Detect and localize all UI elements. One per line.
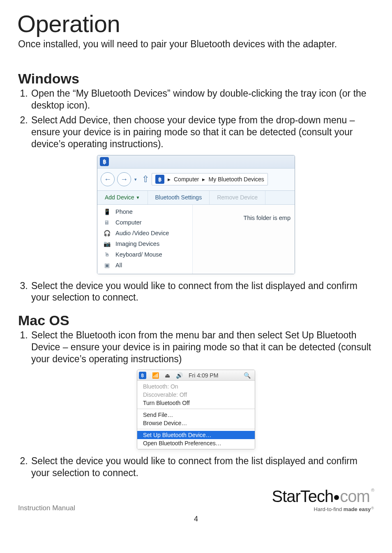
phone-icon: 📱 xyxy=(103,208,111,215)
dropdown-item-phone[interactable]: 📱Phone xyxy=(97,206,192,217)
mac-step-2: Select the device you would like to conn… xyxy=(30,455,374,479)
footer-instruction-manual: Instruction Manual xyxy=(18,504,75,512)
bluetooth-icon: ฿ xyxy=(155,175,164,184)
menu-separator xyxy=(137,409,255,409)
dropdown-item-all[interactable]: ▣All xyxy=(97,260,192,271)
windows-heading: Windows xyxy=(18,71,374,87)
bluetooth-menu-icon[interactable]: ฿ xyxy=(139,372,146,379)
back-button[interactable]: ← xyxy=(101,172,115,186)
clock-text[interactable]: Fri 4:09 PM xyxy=(189,372,218,379)
empty-folder-text: This folder is emp xyxy=(244,215,291,221)
dropdown-item-keyboard[interactable]: 🖱Keyboard/ Mouse xyxy=(97,249,192,260)
device-type-dropdown: 📱Phone 🖥Computer 🎧Audio /Video Device 📷I… xyxy=(97,205,193,274)
breadcrumb-sep-icon: ▸ xyxy=(202,176,205,183)
brand-name-part1: StarTech xyxy=(272,487,333,505)
dropdown-item-label: Phone xyxy=(115,208,133,215)
forward-button[interactable]: → xyxy=(117,172,131,186)
menu-separator xyxy=(137,429,255,429)
chevron-down-icon: ▼ xyxy=(136,195,140,200)
dropdown-item-label: All xyxy=(115,262,122,268)
brand-logo: StarTechcom® Hard-to-find made easy® xyxy=(272,488,374,512)
wifi-icon[interactable]: 📶 xyxy=(152,372,159,379)
dropdown-item-audio[interactable]: 🎧Audio /Video Device xyxy=(97,228,192,238)
turn-bluetooth-off[interactable]: Turn Bluetooth Off xyxy=(137,399,255,407)
mac-menu-window: ฿ 📶 ⏏ 🔊 Fri 4:09 PM 🔍 Bluetooth: On Disc… xyxy=(137,370,255,449)
page-title: Operation xyxy=(17,10,374,37)
folder-content: This folder is emp xyxy=(193,205,295,274)
up-button[interactable]: ⇧ xyxy=(142,174,149,185)
breadcrumb-part[interactable]: My Bluetooth Devices xyxy=(208,176,264,183)
history-dropdown-icon[interactable]: ▾ xyxy=(134,177,138,182)
breadcrumb-sep-icon: ▸ xyxy=(168,176,171,183)
volume-icon[interactable]: 🔊 xyxy=(176,372,183,379)
windows-step-3: Select the device you would like to conn… xyxy=(30,280,374,304)
dropdown-item-label: Computer xyxy=(115,219,142,226)
windows-step-1: Open the “My Bluetooth Devices” window b… xyxy=(30,88,374,111)
send-file[interactable]: Send File… xyxy=(137,411,255,419)
bluetooth-dropdown-menu: Bluetooth: On Discoverable: Off Turn Blu… xyxy=(137,381,255,449)
macos-heading: Mac OS xyxy=(18,312,374,329)
windows-step-2: Select Add Device, then choose your devi… xyxy=(30,114,374,150)
windows-dialog: ฿ ← → ▾ ⇧ ฿ ▸ Computer ▸ My Bluetooth De… xyxy=(97,155,295,274)
spotlight-icon[interactable]: 🔍 xyxy=(244,372,251,379)
eject-icon[interactable]: ⏏ xyxy=(165,372,170,379)
brand-name-part2: com xyxy=(340,487,370,505)
intro-text: Once installed, you will need to pair yo… xyxy=(18,38,374,50)
browse-device[interactable]: Browse Device… xyxy=(137,419,255,427)
open-bluetooth-preferences[interactable]: Open Bluetooth Preferences… xyxy=(137,439,255,447)
dropdown-item-label: Imaging Devices xyxy=(115,241,159,247)
remove-device-button: Remove Device xyxy=(210,191,265,204)
dropdown-item-label: Keyboard/ Mouse xyxy=(115,251,162,258)
registered-icon: ® xyxy=(371,488,374,493)
mac-step-1: Select the Bluetooth icon from the menu … xyxy=(30,329,374,365)
set-up-bluetooth-device[interactable]: Set Up Bluetooth Device… xyxy=(137,431,255,439)
computer-icon: 🖥 xyxy=(103,219,111,226)
headphones-icon: 🎧 xyxy=(103,230,111,236)
bt-status-on: Bluetooth: On xyxy=(137,382,255,391)
registered-icon: ® xyxy=(371,506,374,510)
bluetooth-settings-button[interactable]: Bluetooth Settings xyxy=(148,191,210,204)
toolbar: Add Device ▼ Bluetooth Settings Remove D… xyxy=(97,191,295,205)
brand-tagline: Hard-to-find made easy® xyxy=(272,506,374,512)
add-device-label: Add Device xyxy=(105,194,134,201)
breadcrumb-part[interactable]: Computer xyxy=(174,176,199,183)
mouse-icon: 🖱 xyxy=(103,251,111,258)
address-bar: ← → ▾ ⇧ ฿ ▸ Computer ▸ My Bluetooth Devi… xyxy=(97,169,295,191)
dropdown-item-label: Audio /Video Device xyxy=(115,230,169,236)
all-icon: ▣ xyxy=(103,262,111,268)
dropdown-item-imaging[interactable]: 📷Imaging Devices xyxy=(97,238,192,249)
titlebar: ฿ xyxy=(97,155,295,169)
brand-dot-icon xyxy=(334,495,339,500)
bluetooth-icon: ฿ xyxy=(100,157,109,166)
dropdown-item-computer[interactable]: 🖥Computer xyxy=(97,217,192,228)
mac-menubar: ฿ 📶 ⏏ 🔊 Fri 4:09 PM 🔍 xyxy=(137,370,255,381)
camera-icon: 📷 xyxy=(103,241,111,247)
bt-discoverable-off: Discoverable: Off xyxy=(137,391,255,399)
add-device-button[interactable]: Add Device ▼ xyxy=(97,191,148,204)
page-number: 4 xyxy=(18,515,374,523)
breadcrumb[interactable]: ฿ ▸ Computer ▸ My Bluetooth Devices xyxy=(152,173,268,185)
